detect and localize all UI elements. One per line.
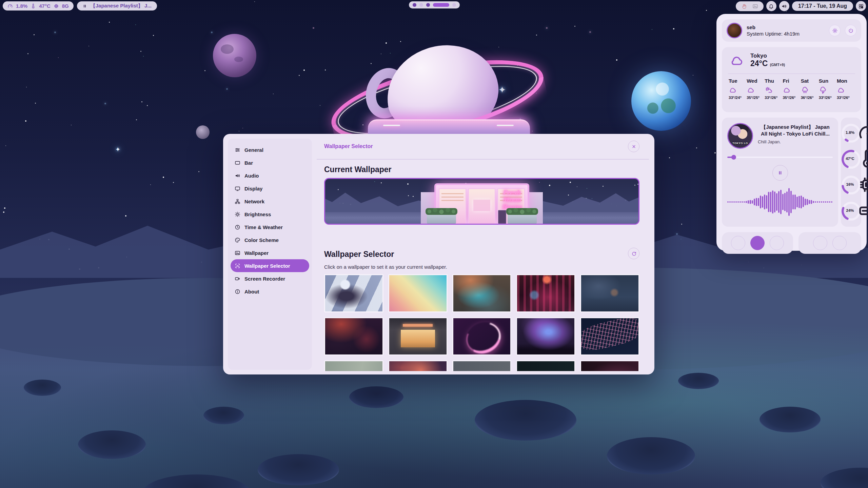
wallpaper-thumbnail[interactable] [388, 360, 448, 371]
waveform-bar [772, 190, 773, 214]
wallpaper-thumbnail[interactable] [388, 317, 448, 355]
selector-subtitle: Click on a wallpaper to set it as your c… [324, 264, 447, 270]
workspace-dot[interactable] [413, 3, 416, 7]
moon-crater [349, 386, 403, 408]
wallpaper-thumbnail[interactable] [580, 317, 639, 355]
forecast-temps: 35°/26° [783, 96, 800, 100]
cloud-icon [837, 86, 845, 94]
wallpaper-thumbnail[interactable] [324, 317, 383, 355]
sidebar-item[interactable]: Brightness [231, 208, 309, 221]
workspace-dot[interactable] [419, 3, 423, 7]
workspace-indicator[interactable] [409, 1, 460, 8]
track-title-line1: 【Japanese Playlist】 Japan [758, 124, 833, 130]
media-player-pill[interactable]: 【Japanese Playlist】 J... [77, 1, 157, 11]
moon-crater [475, 400, 576, 441]
waveform-bar [754, 199, 755, 206]
wallpaper-grid [324, 274, 639, 371]
wallpaper-thumbnail[interactable] [452, 317, 512, 355]
forecast-day-label: Wed [747, 78, 764, 84]
sidebar-item-label: About [244, 289, 259, 294]
refresh-button[interactable] [628, 248, 639, 259]
workspace-dot[interactable] [426, 3, 430, 7]
waveform-bar [796, 197, 798, 207]
weather-forecast: Tue 33°/24° Wed 35°/25° Thu 33°/26° Fri … [728, 78, 855, 100]
wallpaper-thumbnail[interactable] [388, 274, 448, 312]
gauge-value: 47°C [841, 157, 859, 161]
wallpaper-thumbnail[interactable] [452, 360, 512, 371]
wallpaper-thumbnail[interactable] [580, 274, 639, 312]
planter [427, 214, 456, 224]
wallpaper-thumbnail[interactable] [324, 360, 383, 371]
tray-app-icon[interactable] [741, 3, 747, 9]
notifications-button[interactable] [766, 1, 776, 11]
waveform-bar [821, 201, 822, 203]
system-gauge: 47°C [841, 149, 861, 169]
sidebar-item[interactable]: About [231, 285, 309, 298]
system-tray [736, 1, 764, 11]
wallpaper-thumbnail[interactable] [324, 274, 383, 312]
memory-usage: 8G [62, 3, 69, 9]
wallpaper-thumbnail[interactable] [516, 360, 575, 371]
forecast-day-label: Sun [819, 78, 836, 84]
forecast-temps: 33°/26° [837, 96, 854, 100]
palette-icon [235, 237, 240, 243]
clock[interactable]: 17:17 - Tue, 19 Aug [792, 1, 853, 11]
volume-button[interactable] [779, 1, 789, 11]
moon-cafe: Fresh Moon Beans [421, 183, 543, 224]
sidebar-item[interactable]: Color Scheme [231, 233, 309, 246]
wallpaper-thumbnail[interactable] [516, 317, 575, 355]
wallpaper-button[interactable] [832, 236, 847, 250]
sidebar-item[interactable]: Wallpaper [231, 246, 309, 259]
waveform-bar [774, 191, 775, 213]
neon-dash [383, 125, 400, 126]
sun-cloud-icon [765, 86, 773, 94]
forecast-temps: 33°/26° [819, 96, 836, 100]
bell-icon [768, 3, 774, 9]
sidebar-item[interactable]: Network [231, 195, 309, 208]
sidebar-item[interactable]: Time & Weather [231, 221, 309, 233]
sidebar-item[interactable]: General [231, 143, 309, 156]
dashboard-toggle[interactable] [856, 1, 866, 11]
moon-crater [760, 407, 821, 432]
forecast-day: Thu 33°/26° [765, 78, 782, 100]
wallpaper-thumbnail[interactable] [580, 360, 639, 371]
chip-icon [54, 3, 59, 9]
system-stats-pill[interactable]: 1.8% 47°C 8G [3, 1, 74, 11]
close-button[interactable] [628, 141, 639, 152]
media-player-card: TOKYO LO 【Japanese Playlist】 Japan All N… [722, 118, 838, 227]
waveform-bar [815, 201, 816, 203]
window-header: Wallpaper Selector [324, 140, 639, 153]
powersave-toggle[interactable] [770, 236, 784, 250]
performance-toggle[interactable] [731, 236, 745, 250]
waveform-bar [807, 199, 808, 205]
screen-record-button[interactable] [813, 236, 827, 250]
workspace-dot[interactable] [452, 3, 456, 7]
forecast-day-label: Mon [837, 78, 854, 84]
waveform-bar [739, 201, 741, 203]
sidebar-item[interactable]: Wallpaper Selector [231, 259, 309, 272]
workspace-dot[interactable] [433, 3, 449, 7]
album-art: TOKYO LO [727, 123, 753, 149]
waveform-bar [764, 195, 765, 209]
power-button[interactable] [845, 25, 856, 36]
settings-button[interactable] [829, 25, 841, 36]
sidebar-item[interactable]: Bar [231, 156, 309, 169]
wallpaper-thumbnail[interactable] [516, 274, 575, 312]
weather-temp: 24°C [750, 59, 768, 68]
tray-image-icon[interactable] [752, 3, 758, 9]
seek-slider[interactable] [727, 155, 833, 160]
waveform-bar [727, 201, 729, 203]
sidebar-item[interactable]: Screen Recorder [231, 272, 309, 285]
pause-icon [777, 170, 783, 176]
pause-icon [82, 4, 87, 8]
sidebar-item[interactable]: Audio [231, 169, 309, 182]
balanced-toggle[interactable] [750, 236, 765, 250]
slider-knob[interactable] [731, 155, 736, 160]
wallpaper-thumbnail[interactable] [452, 274, 512, 312]
pause-button[interactable] [772, 165, 788, 181]
gear-icon [832, 28, 838, 34]
sidebar-item[interactable]: Display [231, 182, 309, 195]
gauge-icon [857, 123, 862, 127]
dashboard-panel: seb System Uptime: 4h19m Tokyo 24°C (GMT… [716, 14, 867, 251]
moon-crater [607, 437, 695, 474]
